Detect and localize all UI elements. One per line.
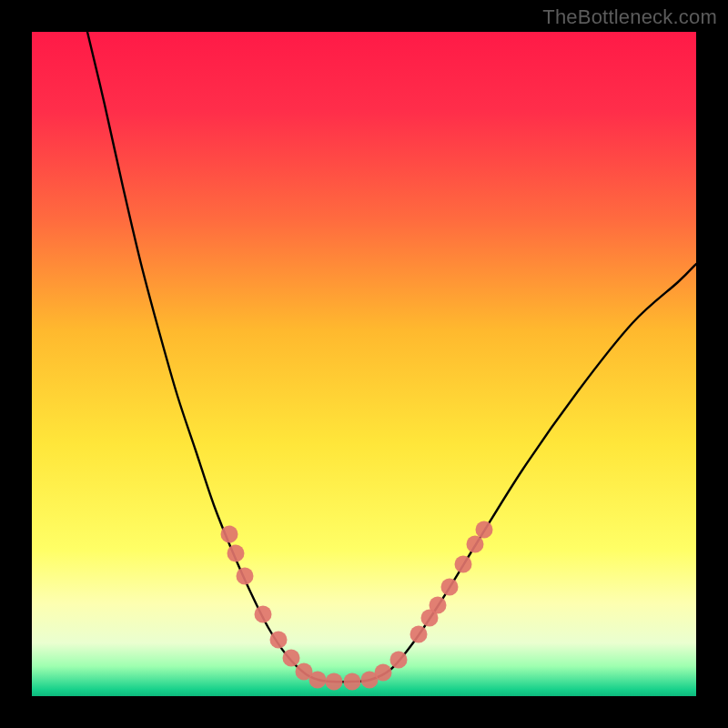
data-point: [228, 545, 245, 562]
data-point: [410, 626, 428, 643]
data-point: [441, 579, 459, 596]
data-point: [255, 606, 272, 623]
data-point: [283, 650, 300, 667]
data-point: [455, 556, 472, 573]
data-point: [309, 672, 327, 689]
data-point: [476, 521, 493, 539]
frame-bottom: [0, 696, 728, 728]
data-point: [344, 673, 361, 691]
data-point: [221, 526, 238, 543]
data-point: [467, 536, 484, 553]
data-point: [237, 568, 254, 585]
chart-svg: [32, 32, 696, 696]
data-point: [390, 652, 408, 669]
frame-left: [0, 0, 32, 728]
data-point: [326, 673, 343, 691]
data-point: [375, 664, 392, 682]
data-point: [430, 597, 447, 614]
data-point: [270, 632, 288, 649]
data-dots: [221, 521, 493, 691]
bottleneck-curve: [87, 32, 696, 682]
frame-right: [696, 0, 728, 728]
watermark-text: TheBottleneck.com: [542, 5, 717, 29]
plot-area: [32, 32, 696, 696]
